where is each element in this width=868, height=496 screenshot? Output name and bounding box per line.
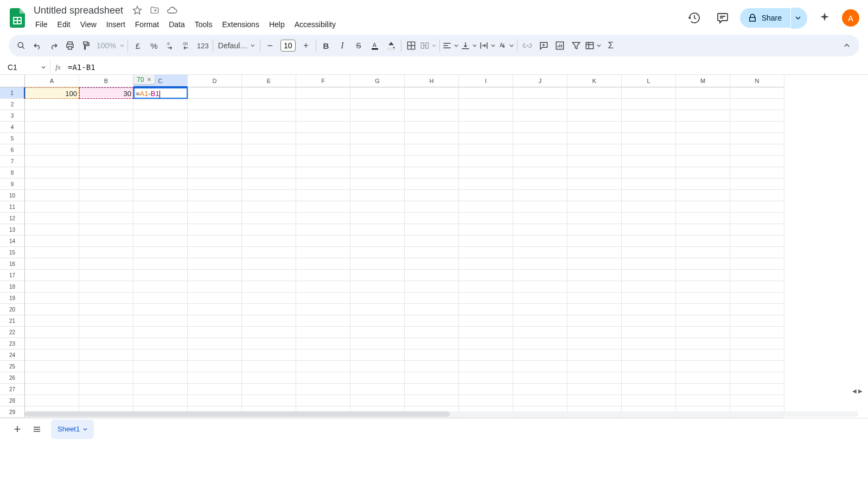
cell-J11[interactable] — [513, 201, 567, 213]
cell-L6[interactable] — [622, 144, 676, 156]
cell-A11[interactable] — [25, 201, 79, 213]
cell-B4[interactable] — [79, 122, 133, 133]
cell-L22[interactable] — [622, 327, 676, 338]
cell-L19[interactable] — [622, 292, 676, 304]
cell-N24[interactable] — [730, 349, 784, 361]
cell-G14[interactable] — [350, 236, 405, 247]
cell-N14[interactable] — [730, 236, 784, 247]
cell-K12[interactable] — [567, 213, 622, 224]
cell-H1[interactable] — [405, 87, 459, 99]
cell-C8[interactable] — [133, 167, 188, 179]
cell-M2[interactable] — [676, 99, 730, 110]
cell-A8[interactable] — [25, 167, 79, 179]
font-select[interactable]: Defaul… — [215, 41, 258, 50]
cell-N1[interactable] — [730, 87, 784, 99]
cell-F14[interactable] — [296, 236, 350, 247]
cell-F18[interactable] — [296, 281, 350, 292]
cell-G11[interactable] — [350, 201, 405, 213]
cell-D8[interactable] — [188, 167, 242, 179]
cell-C25[interactable] — [133, 361, 188, 372]
cell-F23[interactable] — [296, 338, 350, 349]
cell-A20[interactable] — [25, 304, 79, 315]
cell-G19[interactable] — [350, 292, 405, 304]
cell-I13[interactable] — [459, 224, 513, 236]
cell-J23[interactable] — [513, 338, 567, 349]
cell-F13[interactable] — [296, 224, 350, 236]
cell-N16[interactable] — [730, 258, 784, 270]
cell-H5[interactable] — [405, 133, 459, 144]
cell-J22[interactable] — [513, 327, 567, 338]
cell-H14[interactable] — [405, 236, 459, 247]
cell-H10[interactable] — [405, 190, 459, 201]
cell-K6[interactable] — [567, 144, 622, 156]
row-header-28[interactable]: 28 — [0, 395, 25, 406]
row-header-8[interactable]: 8 — [0, 167, 25, 179]
cell-C2[interactable] — [133, 99, 188, 110]
cell-A1[interactable]: 100 — [25, 87, 79, 99]
share-dropdown[interactable] — [791, 8, 807, 29]
cell-H20[interactable] — [405, 304, 459, 315]
cell-D20[interactable] — [188, 304, 242, 315]
cell-D24[interactable] — [188, 349, 242, 361]
fill-color-icon[interactable] — [383, 37, 399, 54]
cell-B7[interactable] — [79, 156, 133, 167]
cell-K28[interactable] — [567, 395, 622, 406]
cell-A15[interactable] — [25, 247, 79, 258]
cell-N27[interactable] — [730, 384, 784, 395]
cell-K27[interactable] — [567, 384, 622, 395]
cell-G23[interactable] — [350, 338, 405, 349]
cell-I7[interactable] — [459, 156, 513, 167]
cell-C14[interactable] — [133, 236, 188, 247]
cell-B8[interactable] — [79, 167, 133, 179]
cell-H15[interactable] — [405, 247, 459, 258]
cell-H8[interactable] — [405, 167, 459, 179]
cell-I25[interactable] — [459, 361, 513, 372]
cell-F22[interactable] — [296, 327, 350, 338]
row-header-15[interactable]: 15 — [0, 247, 25, 258]
cell-A5[interactable] — [25, 133, 79, 144]
cell-K3[interactable] — [567, 110, 622, 122]
cell-G17[interactable] — [350, 270, 405, 281]
cell-D18[interactable] — [188, 281, 242, 292]
cell-E24[interactable] — [242, 349, 296, 361]
cell-L8[interactable] — [622, 167, 676, 179]
cell-D28[interactable] — [188, 395, 242, 406]
cell-E16[interactable] — [242, 258, 296, 270]
cell-B5[interactable] — [79, 133, 133, 144]
share-button[interactable]: Share — [740, 8, 790, 28]
cell-L5[interactable] — [622, 133, 676, 144]
borders-icon[interactable] — [403, 37, 419, 54]
cell-G12[interactable] — [350, 213, 405, 224]
cell-G6[interactable] — [350, 144, 405, 156]
col-header-A[interactable]: A — [25, 75, 79, 87]
row-header-29[interactable]: 29 — [0, 406, 25, 418]
cell-K10[interactable] — [567, 190, 622, 201]
cell-C20[interactable] — [133, 304, 188, 315]
row-header-23[interactable]: 23 — [0, 338, 25, 349]
cell-F16[interactable] — [296, 258, 350, 270]
scroll-nav-arrows[interactable]: ◀ ▶ — [852, 388, 863, 394]
cell-C4[interactable] — [133, 122, 188, 133]
cell-C28[interactable] — [133, 395, 188, 406]
col-header-G[interactable]: G — [350, 75, 405, 87]
star-icon[interactable] — [131, 4, 144, 17]
merge-cells-button[interactable] — [419, 40, 438, 51]
cell-I16[interactable] — [459, 258, 513, 270]
row-header-2[interactable]: 2 — [0, 99, 25, 110]
cell-F26[interactable] — [296, 372, 350, 384]
cell-M13[interactable] — [676, 224, 730, 236]
zoom-select[interactable]: 100% — [94, 41, 126, 50]
cell-F27[interactable] — [296, 384, 350, 395]
cell-I6[interactable] — [459, 144, 513, 156]
cell-H24[interactable] — [405, 349, 459, 361]
horizontal-scrollbar[interactable] — [25, 411, 858, 417]
cell-K17[interactable] — [567, 270, 622, 281]
cell-H16[interactable] — [405, 258, 459, 270]
col-header-E[interactable]: E — [242, 75, 296, 87]
cell-B2[interactable] — [79, 99, 133, 110]
cell-L1[interactable] — [622, 87, 676, 99]
cell-N5[interactable] — [730, 133, 784, 144]
cell-L14[interactable] — [622, 236, 676, 247]
cell-H6[interactable] — [405, 144, 459, 156]
cell-E17[interactable] — [242, 270, 296, 281]
